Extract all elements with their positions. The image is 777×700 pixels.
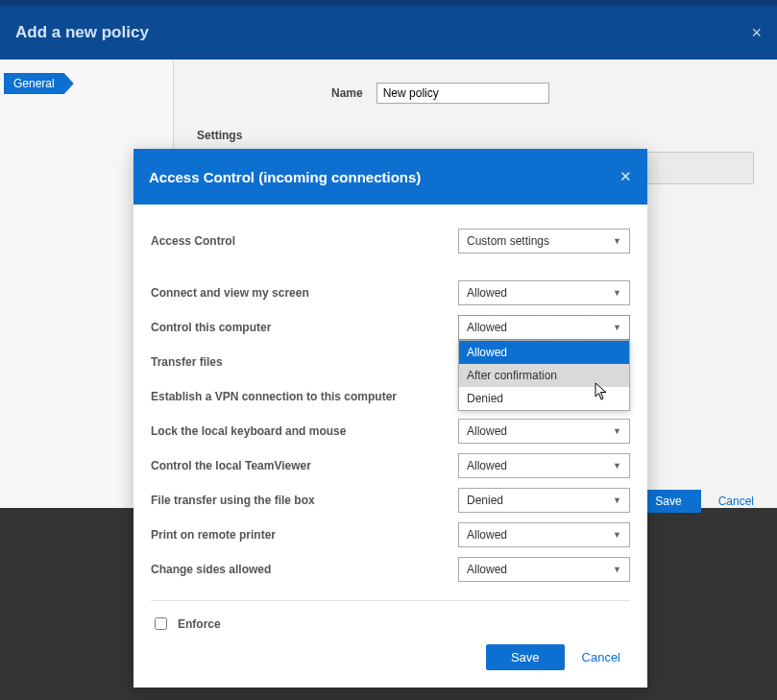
modal-close-icon[interactable]: ✕: [619, 168, 632, 185]
modal-footer: Save Cancel: [151, 644, 630, 674]
select-control-tv[interactable]: Allowed: [458, 453, 630, 478]
select-control-computer[interactable]: Allowed Allowed After confirmation Denie…: [458, 315, 630, 340]
select-value: Allowed: [467, 286, 507, 300]
modal-header: Access Control (incoming connections) ✕: [134, 149, 647, 205]
select-lock-kb[interactable]: Allowed: [458, 419, 630, 444]
chevron-down-icon: [613, 426, 621, 436]
select-access-control[interactable]: Custom settings: [458, 229, 630, 253]
name-label: Name: [331, 86, 363, 100]
window-title: Add a new policy: [15, 23, 149, 42]
select-value: Allowed: [467, 321, 507, 334]
modal-save-button[interactable]: Save: [486, 644, 565, 670]
select-value: Allowed: [467, 459, 507, 472]
modal-cancel-button[interactable]: Cancel: [572, 644, 630, 670]
label-transfer-files: Transfer files: [151, 355, 458, 369]
label-connect-view: Connect and view my screen: [151, 286, 458, 300]
outer-cancel-button[interactable]: Cancel: [709, 490, 764, 513]
divider: [151, 600, 630, 601]
chevron-down-icon: [613, 495, 621, 505]
chevron-down-icon: [613, 323, 621, 332]
select-value: Allowed: [467, 424, 507, 438]
select-file-box[interactable]: Denied: [458, 488, 630, 513]
tab-general[interactable]: General: [4, 73, 74, 94]
dropdown-option-allowed[interactable]: Allowed: [459, 341, 629, 364]
select-value: Custom settings: [467, 234, 549, 248]
select-print[interactable]: Allowed: [458, 522, 630, 547]
chevron-down-icon: [613, 461, 621, 471]
row-control-tv: Control the local TeamViewer Allowed: [151, 448, 630, 483]
label-print: Print on remote printer: [151, 528, 458, 542]
label-change-sides: Change sides allowed: [151, 563, 458, 576]
chevron-down-icon: [613, 288, 621, 298]
settings-heading: Settings: [197, 129, 754, 142]
select-connect-view[interactable]: Allowed: [458, 280, 630, 305]
label-lock-kb: Lock the local keyboard and mouse: [151, 424, 458, 438]
row-connect-view: Connect and view my screen Allowed: [151, 276, 630, 310]
chevron-down-icon: [613, 565, 621, 574]
label-control-computer: Control this computer: [151, 321, 458, 334]
dropdown-option-denied[interactable]: Denied: [459, 387, 629, 410]
enforce-label: Enforce: [178, 617, 221, 631]
dropdown-option-after-confirmation[interactable]: After confirmation: [459, 364, 629, 387]
modal-body: Access Control Custom settings Connect a…: [134, 205, 647, 688]
row-lock-kb: Lock the local keyboard and mouse Allowe…: [151, 414, 630, 448]
outer-actions: Save Cancel: [636, 490, 764, 513]
window-header: Add a new policy ×: [0, 6, 777, 60]
label-access-control: Access Control: [151, 234, 458, 248]
modal-title: Access Control (incoming connections): [149, 169, 421, 185]
chevron-down-icon: [613, 530, 621, 540]
label-vpn: Establish a VPN connection to this compu…: [151, 390, 458, 403]
select-value: Denied: [467, 494, 503, 507]
row-control-computer: Control this computer Allowed Allowed Af…: [151, 310, 630, 345]
chevron-down-icon: [613, 236, 621, 246]
dropdown-control-computer: Allowed After confirmation Denied: [458, 340, 630, 411]
row-print: Print on remote printer Allowed: [151, 518, 630, 552]
label-file-box: File transfer using the file box: [151, 494, 458, 507]
row-access-control: Access Control Custom settings: [151, 224, 630, 258]
name-row: Name: [331, 83, 754, 104]
row-file-box: File transfer using the file box Denied: [151, 483, 630, 518]
select-value: Allowed: [467, 563, 507, 576]
select-value: Allowed: [467, 528, 507, 542]
enforce-row: Enforce: [151, 611, 630, 644]
policy-name-input[interactable]: [376, 83, 549, 104]
label-control-tv: Control the local TeamViewer: [151, 459, 458, 472]
row-change-sides: Change sides allowed Allowed: [151, 552, 630, 587]
access-control-modal: Access Control (incoming connections) ✕ …: [134, 149, 647, 688]
select-change-sides[interactable]: Allowed: [458, 557, 630, 582]
close-icon[interactable]: ×: [751, 23, 762, 43]
enforce-checkbox[interactable]: [155, 617, 167, 630]
